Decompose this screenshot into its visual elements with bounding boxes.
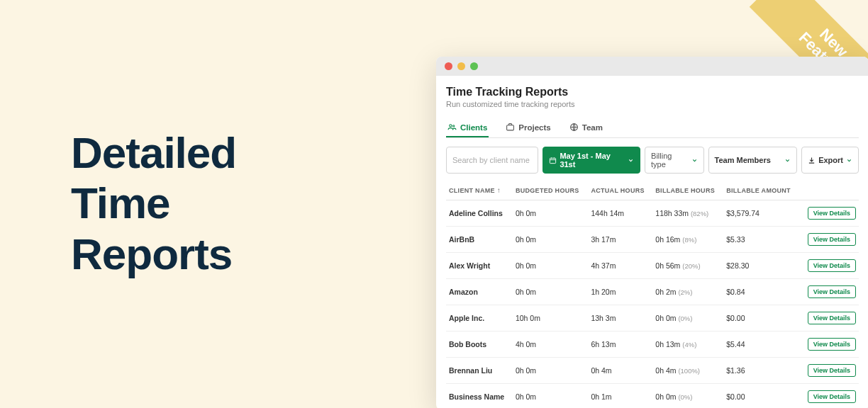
app-window: Time Tracking Reports Run customized tim… (436, 57, 868, 408)
tab-label: Projects (518, 123, 550, 132)
tab-label: Clients (460, 123, 487, 132)
table-row: Bob Boots4h 0m6h 13m0h 13m (4%)$5.44View… (446, 332, 859, 358)
budgeted-cell: 0h 0m (513, 279, 588, 305)
actual-cell: 0h 4m (588, 358, 652, 384)
actual-cell: 13h 3m (588, 305, 652, 332)
budgeted-cell: 0h 0m (513, 227, 588, 253)
view-details-button[interactable]: View Details (808, 364, 856, 377)
view-details-button[interactable]: View Details (808, 285, 856, 298)
download-icon (808, 157, 816, 164)
budgeted-cell: 0h 0m (513, 253, 588, 279)
minimize-dot-icon[interactable] (457, 62, 465, 70)
table-row: Adeline Collins0h 0m144h 14m118h 33m (82… (446, 200, 859, 227)
billable-cell: 0h 2m (2%) (652, 279, 723, 305)
budgeted-cell: 4h 0m (513, 332, 588, 358)
globe-icon (569, 123, 579, 132)
table-row: Amazon0h 0m1h 20m0h 2m (2%)$0.84View Det… (446, 279, 859, 305)
tab-team[interactable]: Team (568, 118, 604, 137)
page-subtitle: Run customized time tracking reports (446, 100, 859, 108)
col-actual-hours[interactable]: ACTUAL HOURS (588, 181, 652, 200)
svg-rect-2 (507, 125, 514, 130)
tab-clients[interactable]: Clients (446, 118, 489, 137)
billing-label: Billing type (651, 152, 687, 169)
billable-cell: 0h 4m (100%) (652, 358, 723, 384)
search-input[interactable]: Search by client name (446, 147, 538, 174)
col-billable-hours[interactable]: BILLABLE HOURS (652, 181, 723, 200)
filters-bar: Search by client name May 1st - May 31st… (446, 147, 859, 174)
table-row: Alex Wright0h 0m4h 37m0h 56m (20%)$28.30… (446, 253, 859, 279)
billable-cell: 0h 0m (0%) (652, 384, 723, 409)
client-name-cell[interactable]: Apple Inc. (446, 305, 513, 332)
amount-cell: $3,579.74 (723, 200, 800, 227)
report-table: CLIENT NAME ↑ BUDGETED HOURS ACTUAL HOUR… (446, 181, 859, 408)
team-label: Team Members (715, 156, 771, 164)
amount-cell: $0.00 (723, 384, 800, 409)
table-row: Business Name0h 0m0h 1m0h 0m (0%)$0.00Vi… (446, 384, 859, 409)
chevron-down-icon (784, 157, 791, 164)
export-label: Export (818, 156, 843, 164)
tab-projects[interactable]: Projects (504, 118, 552, 137)
svg-point-1 (452, 125, 454, 127)
search-placeholder: Search by client name (452, 156, 530, 164)
view-details-button[interactable]: View Details (808, 207, 856, 220)
actual-cell: 3h 17m (588, 227, 652, 253)
chevron-down-icon (846, 157, 852, 164)
page-title: Time Tracking Reports (446, 86, 859, 98)
budgeted-cell: 0h 0m (513, 384, 588, 409)
client-name-cell[interactable]: AirBnB (446, 227, 513, 253)
window-titlebar (436, 57, 868, 76)
chevron-down-icon (691, 157, 698, 164)
svg-point-0 (450, 125, 452, 127)
billable-cell: 0h 13m (4%) (652, 332, 723, 358)
amount-cell: $1.36 (723, 358, 800, 384)
hero-headline: Detailed Time Reports (71, 128, 236, 279)
table-row: Brennan Liu0h 0m0h 4m0h 4m (100%)$1.36Vi… (446, 358, 859, 384)
client-name-cell[interactable]: Amazon (446, 279, 513, 305)
client-name-cell[interactable]: Brennan Liu (446, 358, 513, 384)
client-name-cell[interactable]: Adeline Collins (446, 200, 513, 227)
table-row: Apple Inc.10h 0m13h 3m0h 0m (0%)$0.00Vie… (446, 305, 859, 332)
actual-cell: 144h 14m (588, 200, 652, 227)
sort-asc-icon: ↑ (497, 186, 501, 194)
col-billable-amount[interactable]: BILLABLE AMOUNT (723, 181, 800, 200)
billable-cell: 0h 16m (8%) (652, 227, 723, 253)
tabs: Clients Projects Team (446, 118, 859, 138)
actual-cell: 6h 13m (588, 332, 652, 358)
view-details-button[interactable]: View Details (808, 233, 856, 246)
amount-cell: $28.30 (723, 253, 800, 279)
view-details-button[interactable]: View Details (808, 312, 856, 324)
col-budgeted-hours[interactable]: BUDGETED HOURS (513, 181, 588, 200)
actual-cell: 4h 37m (588, 253, 652, 279)
date-range-button[interactable]: May 1st - May 31st (542, 147, 640, 174)
budgeted-cell: 0h 0m (513, 358, 588, 384)
people-icon (447, 123, 457, 132)
billable-cell: 0h 0m (0%) (652, 305, 723, 332)
view-details-button[interactable]: View Details (808, 390, 856, 403)
team-members-select[interactable]: Team Members (708, 147, 798, 174)
client-name-cell[interactable]: Bob Boots (446, 332, 513, 358)
view-details-button[interactable]: View Details (808, 338, 856, 351)
budgeted-cell: 10h 0m (513, 305, 588, 332)
briefcase-icon (506, 123, 515, 132)
calendar-icon (549, 157, 557, 164)
maximize-dot-icon[interactable] (470, 62, 478, 70)
billing-type-select[interactable]: Billing type (645, 147, 704, 174)
svg-rect-4 (550, 158, 556, 163)
billable-cell: 0h 56m (20%) (652, 253, 723, 279)
chevron-down-icon (628, 157, 634, 164)
tab-label: Team (582, 123, 603, 132)
table-row: AirBnB0h 0m3h 17m0h 16m (8%)$5.33View De… (446, 227, 859, 253)
budgeted-cell: 0h 0m (513, 200, 588, 227)
amount-cell: $0.84 (723, 279, 800, 305)
col-client-name[interactable]: CLIENT NAME ↑ (446, 181, 513, 200)
client-name-cell[interactable]: Business Name (446, 384, 513, 409)
close-dot-icon[interactable] (445, 62, 452, 70)
billable-cell: 118h 33m (82%) (652, 200, 723, 227)
amount-cell: $0.00 (723, 305, 800, 332)
export-button[interactable]: Export (801, 147, 859, 174)
amount-cell: $5.44 (723, 332, 800, 358)
client-name-cell[interactable]: Alex Wright (446, 253, 513, 279)
date-range-label: May 1st - May 31st (560, 152, 625, 169)
amount-cell: $5.33 (723, 227, 800, 253)
view-details-button[interactable]: View Details (808, 259, 856, 272)
